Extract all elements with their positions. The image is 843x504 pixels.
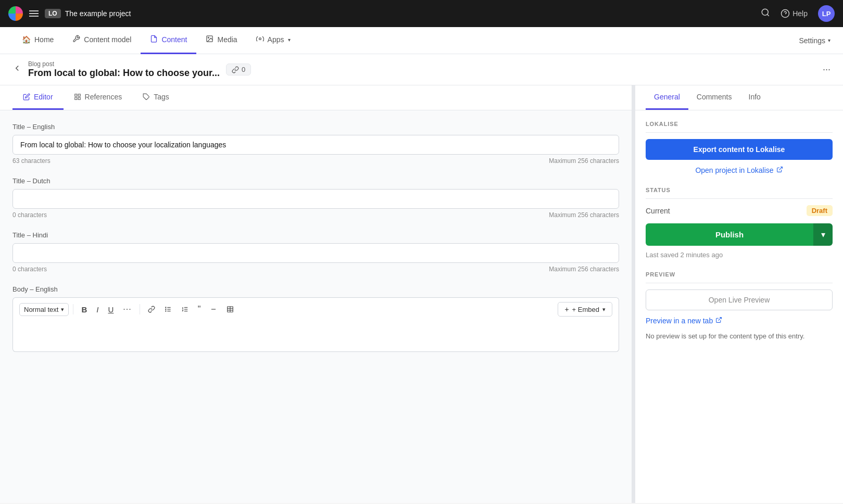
sidebar-tab-info[interactable]: Info [740,85,769,110]
lokalise-section-title: LOKALISE [646,121,833,133]
embed-label: + Embed [572,306,599,313]
svg-line-25 [779,167,782,170]
hr-button[interactable] [206,303,221,316]
publish-dropdown-button[interactable]: ▾ [813,223,833,246]
blockquote-button[interactable]: " [194,302,205,317]
underline-button[interactable]: U [104,303,117,317]
project-badge: LO [45,9,61,18]
title-hindi-max: Maximum 256 characters [549,266,619,273]
preview-new-tab-link[interactable]: Preview in a new tab [646,317,833,325]
sidebar-tab-general[interactable]: General [646,85,688,110]
content-area: Editor References Tags Title – English 6… [0,85,632,503]
title-dutch-meta: 0 characters Maximum 256 characters [12,211,619,219]
help-button[interactable]: Help [781,9,808,18]
avatar[interactable]: LP [818,5,835,22]
topbar: LO The example project Help LP [0,0,843,27]
title-hindi-chars: 0 characters [12,266,47,273]
tab-bar: Editor References Tags [0,85,632,110]
link-badge[interactable]: 0 [226,64,251,75]
nav-home[interactable]: 🏠 Home [12,27,63,54]
nav-home-label: Home [34,35,54,44]
unordered-list-button[interactable] [161,303,175,316]
status-row: Current Draft [646,205,833,216]
lokalise-section: LOKALISE Export content to Lokalise Open… [646,121,833,174]
app-logo[interactable] [8,6,23,21]
title-dutch-chars: 0 characters [12,211,47,219]
title-hindi-label: Title – Hindi [12,231,619,239]
embed-button[interactable]: + + Embed ▾ [558,302,612,317]
content-fields: Title – English 63 characters Maximum 25… [0,110,632,377]
external-link-icon [776,166,783,174]
home-icon: 🏠 [22,35,31,44]
menu-icon[interactable] [29,10,39,17]
title-hindi-input[interactable] [12,243,619,263]
status-section-title: STATUS [646,187,833,199]
more-formats-button[interactable]: ··· [119,302,135,317]
open-live-preview-button[interactable]: Open Live Preview [646,289,833,310]
title-dutch-max: Maximum 256 characters [549,211,619,219]
body-english-label: Body – English [12,285,619,293]
tab-tags-label: Tags [154,93,169,101]
title-english-meta: 63 characters Maximum 256 characters [12,157,619,165]
svg-rect-9 [74,97,77,99]
svg-rect-6 [74,94,77,96]
bold-button[interactable]: B [78,303,91,317]
title-hindi-meta: 0 characters Maximum 256 characters [12,266,619,273]
editor-body[interactable] [12,321,619,352]
table-button[interactable] [223,303,237,316]
status-badge: Draft [807,205,833,216]
nav-content-model[interactable]: Content model [63,27,141,54]
secondnav: 🏠 Home Content model Content Media Ap [0,27,843,54]
media-icon [206,35,213,44]
open-project-lokalise-link[interactable]: Open project in Lokalise [646,166,833,174]
title-dutch-input[interactable] [12,189,619,209]
publish-row: Publish ▾ [646,223,833,246]
title-english-input[interactable] [12,135,619,155]
nav-media-label: Media [217,35,237,44]
link-button[interactable] [144,303,159,316]
italic-button[interactable]: I [93,303,102,317]
search-icon[interactable] [761,8,770,20]
field-title-hindi: Title – Hindi 0 characters Maximum 256 c… [12,231,619,273]
nav-content-label: Content [161,35,187,44]
svg-point-4 [208,37,209,38]
sidebar-info-label: Info [749,93,761,101]
settings-label: Settings [799,36,825,45]
title-english-label: Title – English [12,123,619,131]
text-format-select[interactable]: Normal text ▾ [19,303,69,316]
publish-button[interactable]: Publish [646,223,813,246]
preview-note: No preview is set up for the content typ… [646,331,833,342]
tab-tags[interactable]: Tags [132,85,180,110]
svg-point-0 [762,9,768,15]
nav-apps-label: Apps [268,35,284,44]
tab-editor[interactable]: Editor [12,85,64,110]
help-label: Help [792,9,808,18]
ordered-list-button[interactable] [178,303,192,316]
project-name: The example project [65,9,131,18]
content-icon [150,35,158,44]
current-label: Current [646,207,670,215]
topbar-right: Help LP [761,5,835,22]
apps-chevron-icon: ▾ [288,37,291,43]
toolbar-divider-2 [140,304,140,314]
tab-references[interactable]: References [64,85,133,110]
nav-content[interactable]: Content [141,27,196,54]
apps-icon [256,35,264,44]
svg-rect-7 [78,94,80,96]
back-button[interactable] [12,64,22,75]
more-button[interactable]: ··· [823,64,831,75]
settings-button[interactable]: Settings ▾ [799,36,831,45]
svg-rect-8 [78,97,80,99]
status-section: STATUS Current Draft Publish ▾ Last save… [646,187,833,259]
preview-section: PREVIEW Open Live Preview Preview in a n… [646,271,833,342]
main-layout: Editor References Tags Title – English 6… [0,85,843,503]
preview-external-icon [715,317,722,325]
tab-references-label: References [85,93,122,101]
field-title-dutch: Title – Dutch 0 characters Maximum 256 c… [12,177,619,219]
sidebar-tab-comments[interactable]: Comments [688,85,740,110]
breadcrumb-title: From local to global: How to choose your… [28,68,220,78]
open-project-label: Open project in Lokalise [695,166,773,174]
export-to-lokalise-button[interactable]: Export content to Lokalise [646,139,833,160]
nav-media[interactable]: Media [196,27,246,54]
nav-apps[interactable]: Apps ▾ [247,27,300,54]
